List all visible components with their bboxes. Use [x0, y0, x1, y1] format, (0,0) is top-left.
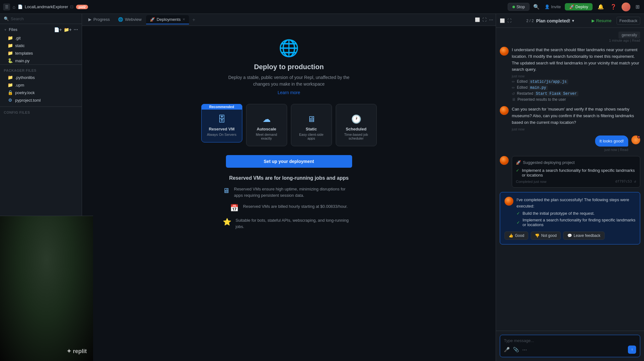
good-button[interactable]: 👍 Good: [505, 232, 528, 240]
layout-icon[interactable]: ⊞: [634, 3, 641, 11]
add-tab-button[interactable]: +: [190, 16, 198, 24]
file-item-upm[interactable]: 📁 .upm: [0, 81, 82, 89]
stop-button[interactable]: Stop: [508, 3, 530, 11]
not-good-button[interactable]: 👎 Not good: [531, 232, 561, 240]
deploy-button[interactable]: 🚀 Deploy: [565, 3, 593, 10]
expand-icon[interactable]: ⛶: [482, 17, 487, 22]
online-dot: [637, 135, 640, 138]
more-tab-icon[interactable]: ⋯: [489, 17, 493, 22]
file-label-upm: .upm: [15, 83, 24, 87]
deployments-label: Deployments: [157, 17, 181, 22]
invite-button[interactable]: 👤 Invite: [545, 4, 561, 9]
file-item-pyproject[interactable]: ⚙ pyproject.toml: [0, 96, 82, 104]
code-action-3: ↺ Restarted Start Flask Server: [512, 91, 640, 96]
refresh-icon-small[interactable]: ↺: [634, 179, 636, 184]
context-block: generally 1 minute ago | Read: [500, 32, 640, 42]
progress-icon: ▶: [88, 17, 92, 22]
folder-icon-git: 📁: [8, 35, 13, 40]
vm-feature-text-3: Suitable for bots, stateful APIs, webscr…: [236, 217, 355, 230]
split-icon[interactable]: ⬜: [475, 17, 480, 22]
config-section: Config files: [0, 106, 82, 118]
stop-label: Stop: [517, 4, 525, 9]
feedback-button[interactable]: Feedback: [617, 17, 640, 25]
file-item-static[interactable]: 📁 static: [0, 42, 82, 49]
context-time: 1 minute ago | Read: [500, 39, 640, 42]
panel-icon-2[interactable]: ⛶: [507, 18, 511, 23]
tab-webview[interactable]: 🌐 Webview: [114, 15, 145, 24]
code-action-label-4: Presented results to the user: [517, 97, 566, 102]
option-subtitle-autoscale: Meet demand exactly: [251, 133, 282, 140]
option-title-reserved: Reserved VM: [206, 127, 238, 131]
ai-avatar-1: [500, 47, 509, 56]
send-button[interactable]: ↑: [628, 346, 636, 354]
resume-button[interactable]: ▶ Resume: [589, 17, 614, 24]
file-label-poetry-lock: poetry.lock: [15, 90, 35, 95]
learn-more-link[interactable]: Learn more: [278, 90, 300, 95]
progress-label: Progress: [93, 17, 110, 22]
plan-selector[interactable]: Plan completed! ▾: [536, 18, 574, 23]
panel-icon-1[interactable]: ⬜: [500, 18, 505, 23]
tab-progress[interactable]: ▶ Progress: [85, 15, 114, 24]
replit-watermark: ✦ replit: [67, 348, 87, 355]
suggested-task-text: Implement a search functionality for fin…: [522, 168, 636, 177]
deploy-content: 🌐 Deploy to production Deploy a stable, …: [82, 26, 496, 361]
context-text: generally: [622, 33, 637, 37]
option-scheduled[interactable]: 🕐 Scheduled Time-based job scheduler: [336, 104, 377, 146]
db-icon: 🗄: [206, 114, 238, 124]
sidebar-toggle[interactable]: ☰: [3, 3, 10, 10]
user-message-time-1: just now: [512, 127, 640, 131]
file-label-static: static: [15, 43, 25, 48]
search-bar[interactable]: 🔍 Search: [0, 14, 82, 24]
globe-icon: 🌐: [279, 39, 299, 58]
avatar[interactable]: [622, 3, 630, 11]
option-autoscale[interactable]: ☁ Autoscale Meet demand exactly: [246, 104, 287, 146]
pid-badge[interactable]: pid2: [76, 5, 88, 9]
user-bubble-block: It looks good! just now | Read: [500, 135, 640, 152]
help-icon[interactable]: ❓: [609, 3, 618, 11]
folder-new-icon[interactable]: 📁+: [64, 27, 72, 32]
option-reserved-vm[interactable]: Recommended 🗄 Reserved VM Always On Serv…: [201, 104, 242, 142]
attachment-icon[interactable]: 📎: [513, 347, 519, 352]
suggested-item-1: ✓ Implement a search functionality for f…: [516, 168, 636, 177]
plan-step-1: ✓ Build the initial prototype of the req…: [517, 211, 635, 216]
leave-feedback-label: Leave feedback: [574, 233, 600, 238]
option-static[interactable]: 🖥 Static Easy client-side apps: [291, 104, 332, 146]
tab-bar: ▶ Progress 🌐 Webview 🚀 Deployments ✕ + ⬜…: [82, 14, 496, 26]
ai-suggested-block: 🚀 Suggested deploying project ✓ Implemen…: [500, 156, 640, 188]
packager-title: Packager files: [0, 67, 82, 74]
file-item-poetry-lock[interactable]: 🔒 poetry.lock: [0, 89, 82, 96]
billing-icon: 📅: [230, 204, 239, 212]
notification-icon[interactable]: 🔔: [596, 3, 605, 11]
webview-icon: 🌐: [118, 17, 123, 22]
top-bar-right: 🔍 👤 Invite 🚀 Deploy 🔔 ❓ ⊞: [532, 3, 641, 11]
more-icon[interactable]: ⋯: [74, 27, 78, 32]
setup-deployment-button[interactable]: Set up your deployment: [226, 155, 352, 168]
plan-label: Plan completed!: [536, 18, 570, 23]
file-item-pythonlibs[interactable]: 📁 .pythonlibs: [0, 74, 82, 81]
user-avatar-bubble: [631, 135, 640, 144]
toml-icon-pyproject: ⚙: [8, 98, 13, 103]
file-label-git: .git: [15, 36, 21, 40]
deploy-icon: 🚀: [569, 4, 574, 9]
invite-label: Invite: [551, 4, 561, 9]
more-options-icon[interactable]: ⋯: [522, 347, 527, 352]
home-icon[interactable]: ⌂: [13, 4, 15, 9]
tab-deployments[interactable]: 🚀 Deployments ✕: [146, 15, 189, 24]
option-subtitle-scheduled: Time-based job scheduler: [340, 133, 372, 140]
file-item-templates[interactable]: 📁 templates: [0, 49, 82, 57]
file-new-icon[interactable]: 📄+: [54, 27, 62, 32]
project-path: 📄 LocalLandmarkExplorer ⊡: [18, 4, 73, 9]
panel-actions: ▶ Resume Feedback: [589, 17, 640, 25]
file-item-main[interactable]: 🐍 main.py: [0, 57, 82, 64]
tab-close-icon[interactable]: ✕: [182, 17, 185, 21]
chat-input[interactable]: [504, 338, 636, 343]
microphone-icon[interactable]: 🎤: [504, 347, 510, 352]
user-message-text-1: Can you search for 'museum' and verify i…: [512, 106, 640, 126]
leave-feedback-button[interactable]: 💬 Leave feedback: [563, 232, 605, 240]
search-icon[interactable]: 🔍: [532, 3, 541, 11]
files-section-header[interactable]: ▼ Files 📄+ 📁+ ⋯: [0, 25, 82, 34]
stop-dot: [512, 6, 515, 8]
deploy-subtitle: Deploy a stable, public version of your …: [226, 74, 352, 87]
file-item-git[interactable]: 📁 .git: [0, 34, 82, 42]
file-icon-small: 📄: [18, 4, 23, 9]
